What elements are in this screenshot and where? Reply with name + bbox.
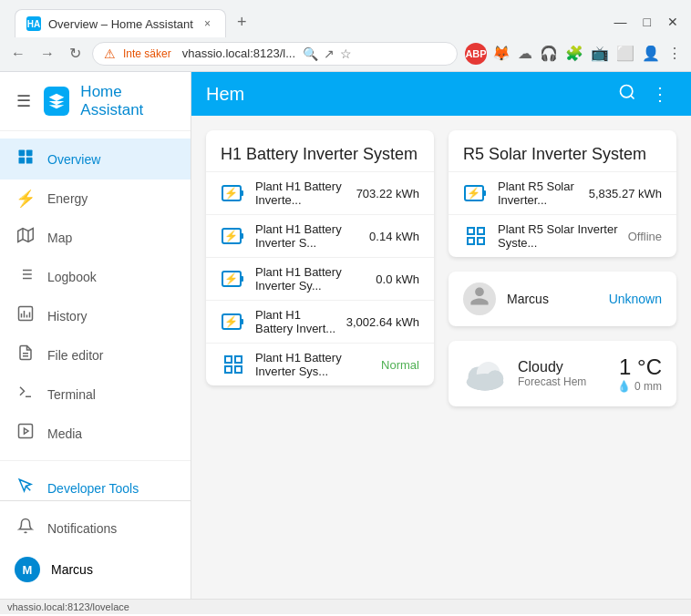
sidebar-item-label: Media [47, 426, 82, 441]
svg-rect-38 [225, 356, 232, 363]
hamburger-button[interactable]: ☰ [15, 89, 33, 113]
app-title: Home Assistant [80, 83, 176, 119]
sidebar-user[interactable]: M Marcus [0, 548, 191, 591]
svg-text:⚡: ⚡ [224, 229, 238, 242]
weather-condition: Cloudy [518, 359, 606, 375]
profile-avatar[interactable]: 👤 [640, 43, 662, 64]
puzzle-icon[interactable]: 🧩 [563, 43, 585, 64]
item-label-3: Plant H1 Battery Inverter Sy... [255, 265, 366, 293]
svg-rect-47 [468, 238, 474, 244]
solar-item-1[interactable]: ⚡ Plant R5 Solar Inverter... 5,835.27 kW… [449, 171, 676, 214]
sidebar-item-notifications[interactable]: Notifications [0, 508, 191, 548]
menu-icon[interactable]: ⋮ [665, 43, 684, 64]
sidebar-item-energy[interactable]: ⚡ Energy [0, 180, 191, 218]
solar-bolt-icon-1: ⚡ [463, 180, 489, 206]
header-search-button[interactable] [611, 79, 644, 109]
svg-text:⚡: ⚡ [467, 186, 480, 200]
url-action-icons: 🔍 ↗ ☆ [303, 46, 352, 61]
notifications-label: Notifications [47, 521, 117, 536]
sidebar-item-terminal[interactable]: Terminal [0, 375, 191, 414]
solar-card-title: R5 Solar Inverter System [449, 130, 676, 171]
user-avatar: M [15, 557, 40, 582]
item-value-2: 0.14 kWh [369, 230, 419, 243]
maximize-button[interactable]: □ [638, 13, 656, 31]
browser-extensions: ABP 🦊 ☁ 🎧 🧩 📺 ⬜ 👤 ⋮ [465, 43, 684, 65]
extension-icon-2[interactable]: ☁ [516, 43, 534, 64]
url-address: vhassio.local:8123/l... [182, 46, 295, 60]
svg-marker-22 [25, 428, 29, 434]
back-button[interactable]: ← [7, 42, 29, 66]
svg-rect-43 [483, 190, 486, 196]
forward-button[interactable]: → [36, 42, 58, 66]
battery-item-3[interactable]: ⚡ Plant H1 Battery Inverter Sy... 0.0 kW… [206, 257, 434, 300]
battery-item-2[interactable]: ⚡ Plant H1 Battery Inverter S... 0.14 kW… [206, 214, 434, 257]
person-avatar [463, 282, 496, 315]
sidebar-item-developer-tools[interactable]: Developer Tools [0, 468, 191, 500]
grid-icon-2 [463, 223, 489, 249]
nav-divider [0, 460, 191, 461]
svg-line-25 [631, 95, 634, 98]
solar-label-2: Plant R5 Solar Inverter Syste... [498, 222, 619, 250]
sidebar-item-media[interactable]: Media [0, 414, 191, 453]
close-window-button[interactable]: ✕ [662, 13, 684, 31]
sidebar-item-logbook[interactable]: Logbook [0, 257, 191, 296]
svg-rect-21 [19, 425, 33, 438]
weather-info: Cloudy Forecast Hem [518, 359, 606, 388]
main-header: Hem ⋮ [191, 72, 691, 116]
weather-card[interactable]: Cloudy Forecast Hem 1 °C 💧 0 mm [449, 341, 676, 406]
item-label-2: Plant H1 Battery Inverter S... [255, 222, 360, 250]
cards-container: H1 Battery Inverter System ⚡ Plant H1 Ba… [191, 116, 691, 599]
item-label-1: Plant H1 Battery Inverte... [255, 180, 347, 207]
url-bar[interactable]: ⚠ Inte säker vhassio.local:8123/l... 🔍 ↗… [92, 42, 458, 66]
battery-item-4[interactable]: ⚡ Plant H1 Battery Invert... 3,002.64 kW… [206, 300, 434, 343]
energy-icon: ⚡ [15, 189, 36, 209]
battery-bolt-icon-1: ⚡ [221, 180, 246, 206]
solar-value-1: 5,835.27 kWh [589, 187, 662, 200]
battery-item-1[interactable]: ⚡ Plant H1 Battery Inverte... 703.22 kWh [206, 171, 434, 214]
address-bar: ← → ↻ ⚠ Inte säker vhassio.local:8123/l.… [0, 37, 691, 71]
svg-point-53 [467, 374, 504, 390]
tab-close-button[interactable]: × [201, 15, 214, 32]
tab-favicon: HA [26, 16, 41, 31]
cast-icon[interactable]: 📺 [589, 43, 611, 64]
battery-bolt-icon-3: ⚡ [221, 266, 246, 292]
page-title: Hem [206, 84, 611, 105]
person-card[interactable]: Marcus Unknown [449, 272, 676, 326]
person-status: Unknown [609, 292, 662, 306]
extension-icon-1[interactable]: 🦊 [490, 43, 512, 64]
sidebar-item-overview[interactable]: Overview [0, 139, 191, 180]
reload-button[interactable]: ↻ [66, 41, 85, 66]
extension-icon-3[interactable]: 🎧 [538, 43, 560, 64]
item-label-4: Plant H1 Battery Invert... [255, 308, 337, 335]
history-icon [15, 305, 36, 326]
split-view-icon[interactable]: ⬜ [614, 43, 636, 64]
battery-item-5[interactable]: Plant H1 Battery Inverter Sys... Normal [206, 343, 434, 385]
file-editor-icon [15, 344, 36, 365]
svg-rect-30 [241, 233, 243, 239]
weather-item: Cloudy Forecast Hem 1 °C 💧 0 mm [449, 341, 676, 406]
map-icon [15, 227, 36, 248]
svg-rect-41 [235, 366, 242, 373]
minimize-button[interactable]: — [609, 13, 633, 31]
user-initial: M [23, 563, 33, 577]
bookmark-icon[interactable]: ☆ [340, 46, 352, 61]
svg-rect-36 [241, 319, 243, 324]
active-tab[interactable]: HA Overview – Home Assistant × [15, 9, 226, 37]
sidebar-item-file-editor[interactable]: File editor [0, 335, 191, 375]
grid-icon-1 [221, 352, 246, 377]
svg-rect-48 [478, 238, 484, 244]
sidebar-item-label: Map [47, 231, 72, 245]
sidebar-item-map[interactable]: Map [0, 218, 191, 257]
svg-rect-0 [19, 150, 26, 157]
sidebar-item-history[interactable]: History [0, 296, 191, 335]
right-card-column: R5 Solar Inverter System ⚡ Plant R5 Sola… [449, 130, 676, 406]
new-tab-button[interactable]: + [230, 9, 254, 36]
battery-bolt-icon-4: ⚡ [221, 309, 246, 334]
solar-item-2[interactable]: Plant R5 Solar Inverter Syste... Offline [449, 214, 676, 257]
header-more-button[interactable]: ⋮ [644, 79, 676, 108]
search-url-icon[interactable]: 🔍 [303, 46, 318, 61]
share-icon[interactable]: ↗ [324, 46, 335, 61]
svg-rect-46 [478, 228, 484, 234]
adblock-badge[interactable]: ABP [465, 43, 487, 65]
solar-label-1: Plant R5 Solar Inverter... [498, 180, 580, 207]
